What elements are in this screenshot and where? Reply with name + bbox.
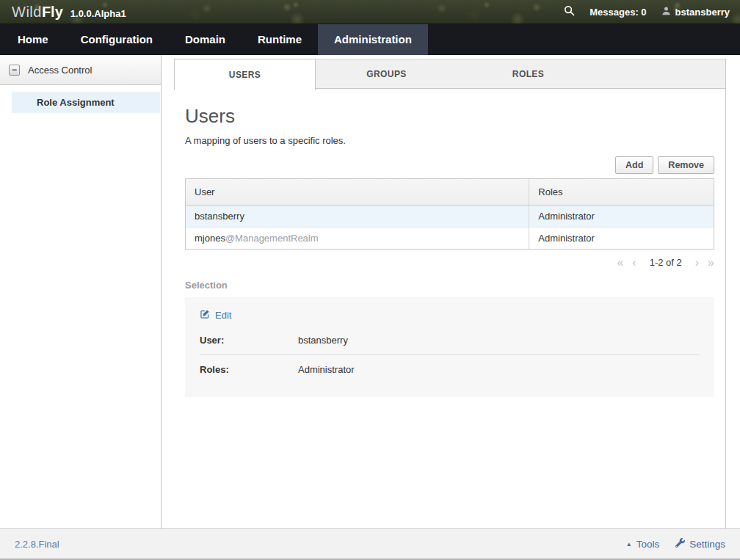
selection-heading: Selection [185,280,714,291]
content-panel: USERS GROUPS ROLES Users A mapping of us… [174,59,726,528]
app-logo: WildFly 1.0.0.Alpha1 [12,4,126,21]
tools-label: Tools [636,539,660,550]
main-area: USERS GROUPS ROLES Users A mapping of us… [162,55,740,528]
selection-field-roles: Roles: Administrator [200,355,700,384]
footer-links: ▲ Tools Settings [626,538,725,550]
next-page-icon[interactable]: › [695,258,699,268]
tab-groups[interactable]: GROUPS [316,59,457,88]
nav-item-runtime[interactable]: Runtime [242,24,318,55]
footer: 2.2.8.Final ▲ Tools Settings [0,528,740,560]
last-page-icon[interactable]: » [708,258,714,268]
page-title: Users [185,105,714,128]
add-button[interactable]: Add [615,156,653,174]
prev-page-icon[interactable]: ‹ [632,258,636,268]
tab-content: Users A mapping of users to a specific r… [174,89,725,397]
edit-icon [200,309,210,321]
table-header-row: User Roles [186,179,714,206]
collapse-minus-icon[interactable]: − [9,65,20,76]
header-toolbar: Messages: 0 bstansberry [564,5,730,18]
selection-field-user: User: bstansberry [200,326,700,355]
roles-cell[interactable]: Administrator [529,228,714,249]
user-menu[interactable]: bstansberry [661,6,730,18]
first-page-icon[interactable]: « [617,258,623,268]
table-body: bstansberry Administrator mjones@Managem… [186,206,714,249]
page-description: A mapping of users to a specific roles. [185,135,714,146]
user-cell[interactable]: bstansberry [186,206,529,227]
pagination-label: 1-2 of 2 [650,257,682,268]
edit-link[interactable]: Edit [200,309,231,321]
tools-link[interactable]: ▲ Tools [626,539,659,550]
logo-fly: Fly [42,4,63,21]
settings-label: Settings [689,539,725,550]
field-label: User: [200,335,298,346]
selection-panel: Edit User: bstansberry Roles: Administra… [185,297,714,397]
nav-item-domain[interactable]: Domain [169,24,242,55]
roles-cell[interactable]: Administrator [529,206,714,227]
column-header-user[interactable]: User [186,179,529,205]
sidebar-item-role-assignment[interactable]: Role Assignment [12,92,160,113]
field-value: bstansberry [298,335,348,346]
console-version: 2.2.8.Final [15,539,59,550]
pagination: « ‹ 1-2 of 2 › » [185,257,714,268]
tab-users[interactable]: USERS [174,59,316,90]
product-version: 1.0.0.Alpha1 [70,8,126,19]
nav-item-administration[interactable]: Administration [318,24,428,55]
primary-nav: Home Configuration Domain Runtime Admini… [0,24,740,55]
wrench-icon [675,538,685,550]
field-label: Roles: [200,364,298,375]
tab-roles[interactable]: ROLES [457,59,599,88]
edit-label: Edit [215,310,231,321]
remove-button[interactable]: Remove [658,156,714,174]
nav-item-home[interactable]: Home [1,24,65,55]
user-icon [661,6,671,18]
nav-item-configuration[interactable]: Configuration [65,24,169,55]
table-row[interactable]: bstansberry Administrator [186,206,714,227]
search-icon [564,5,575,18]
username-label: bstansberry [675,7,730,18]
field-value: Administrator [298,364,355,375]
search-button[interactable] [564,5,575,18]
app-header: WildFly 1.0.0.Alpha1 Messages: 0 bstansb… [0,0,740,24]
column-header-roles[interactable]: Roles [529,179,714,205]
settings-link[interactable]: Settings [675,538,725,550]
logo-wild: Wild [12,4,42,21]
realm-suffix: @ManagementRealm [225,233,319,244]
tools-caret-icon: ▲ [626,541,632,548]
table-toolbar: Add Remove [185,156,714,174]
users-table: User Roles bstansberry Administrator mjo… [185,178,714,250]
messages-label: Messages: 0 [590,7,646,18]
sidebar: − Access Control Role Assignment [0,55,162,528]
messages-indicator[interactable]: Messages: 0 [590,7,646,18]
user-cell[interactable]: mjones@ManagementRealm [186,228,529,249]
table-row[interactable]: mjones@ManagementRealm Administrator [186,227,714,249]
tab-strip: USERS GROUPS ROLES [174,59,725,89]
body: − Access Control Role Assignment USERS G… [0,55,740,528]
sidebar-section-label: Access Control [28,65,92,76]
sidebar-section-access-control[interactable]: − Access Control [0,55,161,85]
